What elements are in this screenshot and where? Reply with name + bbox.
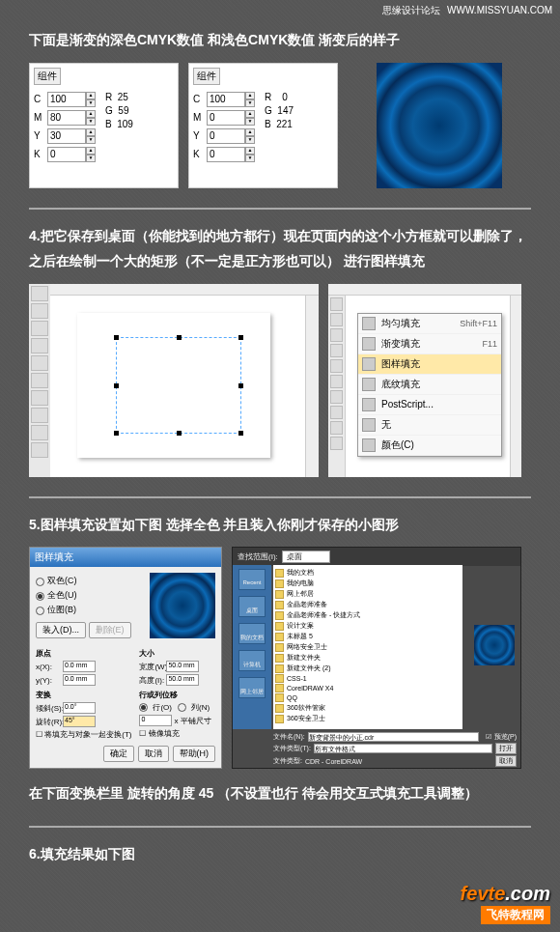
filename-input[interactable]: 新变背景中的小正.cdr bbox=[308, 732, 479, 742]
pattern-fill-dialog: 图样填充 双色(C) 全色(U) 位图(B) 装入(D)... 删除(E) 原点… bbox=[29, 547, 222, 769]
spinner[interactable]: ▲▼ bbox=[245, 128, 255, 144]
dark-k-input[interactable]: 0 bbox=[47, 147, 86, 162]
file-item[interactable]: CSS-1 bbox=[275, 674, 461, 683]
file-item[interactable]: 网上邻居 bbox=[275, 589, 461, 599]
fill-type-icon bbox=[362, 398, 376, 411]
spinner[interactable]: ▲▼ bbox=[245, 110, 255, 126]
cancel-button[interactable]: 取消 bbox=[138, 746, 169, 762]
places-item[interactable]: 计算机 bbox=[238, 650, 266, 671]
fill-menu-item[interactable]: 无 bbox=[358, 415, 501, 436]
file-item[interactable]: 360软件管家 bbox=[275, 703, 461, 713]
file-item[interactable]: 360安全卫士 bbox=[275, 714, 461, 723]
tool-icon[interactable] bbox=[330, 375, 343, 388]
fill-menu-item[interactable]: 颜色(C) bbox=[358, 436, 501, 456]
tool-icon[interactable] bbox=[31, 373, 48, 388]
section3-shots: 图样填充 双色(C) 全色(U) 位图(B) 装入(D)... 删除(E) 原点… bbox=[29, 547, 531, 769]
places-item[interactable]: 我的文档 bbox=[238, 623, 266, 644]
file-list[interactable]: 我的文档我的电脑网上邻居金晶老师准备金晶老师准备 - 快捷方式设计文案未标题 5… bbox=[273, 565, 462, 729]
opt-col[interactable] bbox=[178, 703, 186, 712]
spinner[interactable]: ▲▼ bbox=[245, 92, 255, 107]
file-item[interactable]: 设计文案 bbox=[275, 621, 461, 631]
skew-input[interactable]: 0.0° bbox=[63, 702, 96, 714]
tool-icon[interactable] bbox=[31, 321, 48, 336]
open-file-dialog: 查找范围(I): 桌面 Recent桌面我的文档计算机网上邻居 我的文档我的电脑… bbox=[232, 547, 521, 769]
spinner[interactable]: ▲▼ bbox=[86, 128, 96, 144]
site-url: WWW.MISSYUAN.COM bbox=[447, 5, 552, 15]
light-m-input[interactable]: 0 bbox=[207, 110, 245, 126]
fill-menu-item[interactable]: 图样填充 bbox=[358, 354, 501, 375]
pattern-preview[interactable] bbox=[150, 573, 215, 638]
tool-icon[interactable] bbox=[330, 313, 343, 326]
tool-icon[interactable] bbox=[31, 286, 48, 301]
separator bbox=[29, 496, 531, 498]
file-item[interactable]: 我的电脑 bbox=[275, 579, 461, 588]
selection-rect[interactable] bbox=[116, 337, 241, 434]
dark-m-input[interactable]: 80 bbox=[47, 110, 86, 126]
places-item[interactable]: Recent bbox=[238, 569, 266, 590]
file-item[interactable]: 网络安全卫士 bbox=[275, 642, 461, 652]
tool-icon[interactable] bbox=[31, 442, 48, 458]
light-c-input[interactable]: 100 bbox=[207, 92, 245, 107]
fill-type-icon bbox=[362, 317, 376, 330]
separator bbox=[29, 826, 531, 828]
folder-icon bbox=[275, 654, 284, 663]
rotate-input[interactable]: 45° bbox=[63, 716, 96, 727]
fill-menu-item[interactable]: 均匀填充Shift+F11 bbox=[358, 314, 501, 334]
light-k-input[interactable]: 0 bbox=[207, 147, 245, 162]
tool-icon[interactable] bbox=[330, 328, 343, 342]
toolbox bbox=[328, 296, 346, 477]
fill-menu-item[interactable]: PostScript... bbox=[358, 395, 501, 415]
file-item[interactable]: 新建文件夹 bbox=[275, 653, 461, 663]
height-input[interactable]: 50.0 mm bbox=[166, 674, 199, 686]
light-y-input[interactable]: 0 bbox=[207, 128, 245, 144]
spinner[interactable]: ▲▼ bbox=[86, 147, 96, 162]
dark-c-input[interactable]: 100 bbox=[47, 92, 86, 107]
look-in-select[interactable]: 桌面 bbox=[282, 551, 330, 563]
tool-icon[interactable] bbox=[31, 303, 48, 319]
places-item[interactable]: 网上邻居 bbox=[238, 677, 266, 698]
opt-row[interactable] bbox=[139, 703, 148, 712]
ok-button[interactable]: 确定 bbox=[103, 746, 134, 762]
width-input[interactable]: 50.0 mm bbox=[166, 661, 199, 672]
fill-type-icon bbox=[362, 438, 376, 452]
spinner[interactable]: ▲▼ bbox=[245, 147, 255, 162]
dark-y-input[interactable]: 30 bbox=[47, 128, 86, 144]
file-item[interactable]: 新建文件夹 (2) bbox=[275, 664, 461, 673]
tool-icon[interactable] bbox=[31, 390, 48, 406]
places-item[interactable]: 桌面 bbox=[238, 596, 266, 617]
tool-icon[interactable] bbox=[31, 425, 48, 440]
spinner[interactable]: ▲▼ bbox=[86, 92, 96, 107]
help-button[interactable]: 帮助(H) bbox=[173, 746, 216, 762]
tool-icon[interactable] bbox=[330, 297, 343, 311]
file-item[interactable]: 未标题 5 bbox=[275, 632, 461, 641]
spinner[interactable]: ▲▼ bbox=[86, 110, 96, 126]
section2-shots: 均匀填充Shift+F11渐变填充F11图样填充底纹填充PostScript..… bbox=[29, 284, 531, 477]
chk-mirror[interactable]: ☐ 镜像填充 bbox=[139, 728, 210, 739]
file-item[interactable]: 金晶老师准备 - 快捷方式 bbox=[275, 610, 461, 620]
file-item[interactable]: CorelDRAW X4 bbox=[275, 684, 461, 692]
cmyk-group-label: 组件 bbox=[193, 68, 220, 85]
chk-transform-with[interactable]: ☐ 将填充与对象一起变换(T) bbox=[36, 729, 131, 740]
tool-icon[interactable] bbox=[330, 421, 343, 435]
load-button[interactable]: 装入(D)... bbox=[36, 622, 86, 638]
tool-icon[interactable] bbox=[330, 437, 343, 450]
tool-icon[interactable] bbox=[330, 406, 343, 419]
tool-icon[interactable] bbox=[31, 408, 48, 423]
file-item[interactable]: 金晶老师准备 bbox=[275, 600, 461, 609]
tool-icon[interactable] bbox=[31, 355, 48, 371]
open-button[interactable]: 打开 bbox=[495, 743, 517, 754]
fill-menu-item[interactable]: 底纹填充 bbox=[358, 375, 501, 395]
file-item[interactable]: 我的文档 bbox=[275, 568, 461, 578]
x-input[interactable]: 0.0 mm bbox=[63, 661, 96, 672]
tool-icon[interactable] bbox=[330, 359, 343, 373]
y-input[interactable]: 0.0 mm bbox=[63, 674, 96, 686]
od-cancel-button[interactable]: 取消 bbox=[495, 755, 517, 767]
file-item[interactable]: QQ bbox=[275, 693, 461, 702]
tool-icon[interactable] bbox=[330, 390, 343, 404]
cmyk-dark-panel: 组件 C100▲▼ M80▲▼ Y30▲▼ K0▲▼ R 25 G 59 B 1… bbox=[29, 63, 179, 188]
fill-menu-item[interactable]: 渐变填充F11 bbox=[358, 334, 501, 354]
tool-icon[interactable] bbox=[31, 338, 48, 353]
filetype-select[interactable]: 所有文件格式 bbox=[314, 744, 492, 753]
tile-input[interactable]: 0 bbox=[139, 715, 172, 726]
tool-icon[interactable] bbox=[330, 344, 343, 357]
